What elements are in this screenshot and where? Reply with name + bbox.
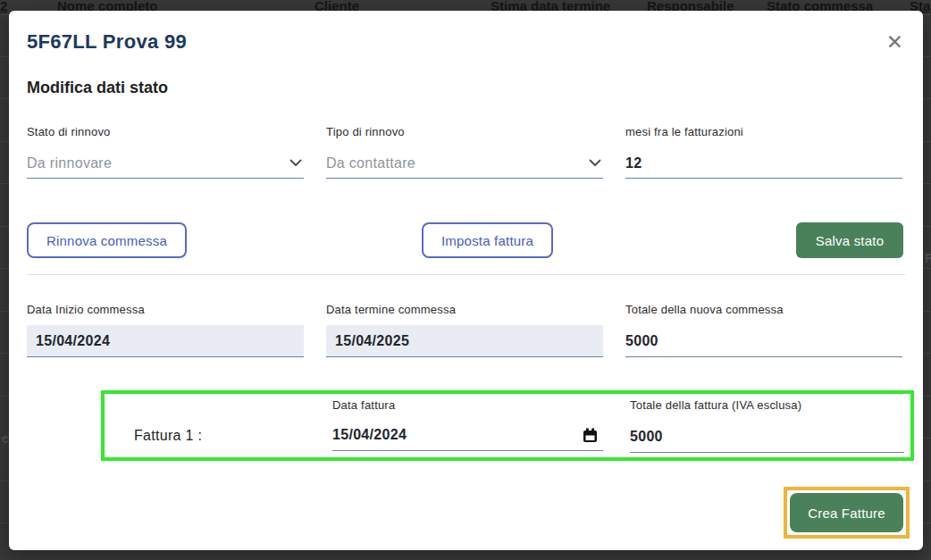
fattura-row-label: Fattura 1 :: [134, 428, 202, 444]
data-inizio-commessa-field: Data Inizio commessa 15/04/2024: [27, 303, 304, 357]
chevron-down-icon: [589, 159, 601, 167]
modal-dialog: 5F67LL Prova 99 ✕ Modifica dati stato St…: [9, 11, 923, 550]
imposta-fattura-button[interactable]: Imposta fattura: [422, 222, 553, 258]
salva-stato-button[interactable]: Salva stato: [796, 222, 903, 258]
stato-di-rinnovo-label: Stato di rinnovo: [27, 125, 304, 138]
backdrop-partial-text: c: [2, 431, 9, 446]
tipo-di-rinnovo-select[interactable]: Da contattare: [326, 148, 603, 179]
data-termine-commessa-field: Data termine commessa 15/04/2025: [326, 303, 603, 357]
totale-fattura-field: Totale della fattura (IVA esclusa) 5000: [625, 398, 904, 453]
tipo-di-rinnovo-value: Da contattare: [326, 155, 415, 171]
mesi-fatturazioni-field: mesi fra le fatturazioni 12: [625, 125, 902, 179]
mesi-fatturazioni-value: 12: [625, 155, 642, 171]
modal-title: 5F67LL Prova 99: [27, 30, 187, 54]
data-termine-commessa-value: 15/04/2025: [326, 325, 603, 357]
data-fattura-input[interactable]: 15/04/2024: [332, 420, 603, 451]
data-fattura-label: Data fattura: [332, 398, 603, 412]
crea-fatture-button[interactable]: Crea Fatture: [790, 493, 903, 532]
tipo-di-rinnovo-field: Tipo di rinnovo Da contattare: [326, 125, 603, 179]
calendar-icon[interactable]: [583, 428, 598, 443]
totale-nuova-commessa-label: Totale della nuova commessa: [625, 303, 902, 316]
chevron-down-icon: [289, 159, 302, 167]
data-termine-commessa-label: Data termine commessa: [326, 303, 603, 316]
totale-nuova-commessa-field: Totale della nuova commessa 5000: [625, 303, 902, 357]
backdrop-partial-text: R: [925, 251, 931, 265]
close-icon[interactable]: ✕: [886, 32, 903, 53]
section-heading: Modifica dati stato: [27, 79, 168, 97]
totale-fattura-label: Totale della fattura (IVA esclusa): [630, 398, 904, 412]
mesi-fatturazioni-label: mesi fra le fatturazioni: [625, 125, 902, 138]
data-fattura-field: Data fattura 15/04/2024: [332, 398, 603, 451]
totale-fattura-input[interactable]: 5000: [630, 421, 904, 453]
section-divider: [27, 274, 905, 275]
mesi-fatturazioni-input[interactable]: 12: [625, 148, 902, 179]
table-header-partial-id: 2: [0, 0, 7, 13]
stato-di-rinnovo-value: Da rinnovare: [27, 155, 112, 171]
tipo-di-rinnovo-label: Tipo di rinnovo: [326, 125, 603, 138]
stato-di-rinnovo-select[interactable]: Da rinnovare: [27, 148, 304, 179]
data-inizio-commessa-label: Data Inizio commessa: [27, 303, 304, 316]
rinnova-commessa-button[interactable]: Rinnova commessa: [27, 222, 187, 258]
totale-nuova-commessa-input[interactable]: 5000: [625, 325, 902, 357]
stato-di-rinnovo-field: Stato di rinnovo Da rinnovare: [27, 125, 304, 179]
data-inizio-commessa-value: 15/04/2024: [27, 325, 304, 357]
data-fattura-value: 15/04/2024: [332, 427, 407, 443]
